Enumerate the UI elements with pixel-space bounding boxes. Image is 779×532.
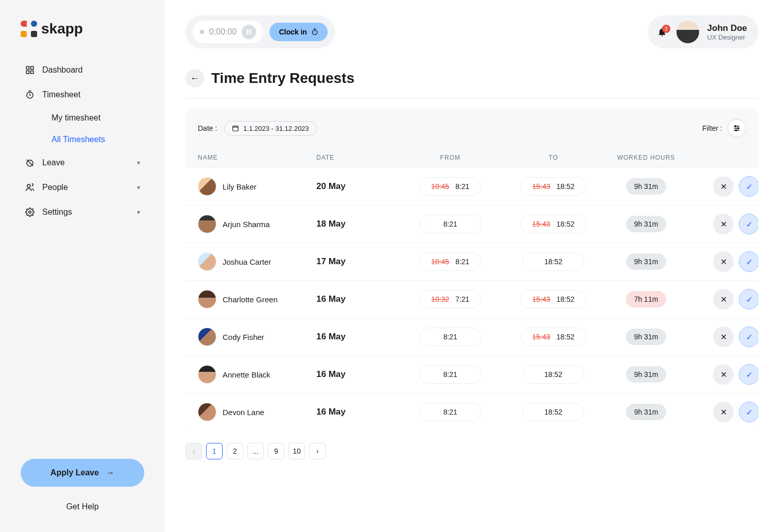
cell-name: Charlotte Green: [198, 290, 316, 308]
arrow-left-icon: ←: [190, 73, 199, 84]
back-button[interactable]: ←: [185, 69, 204, 88]
to-pill: 18:52: [522, 252, 584, 271]
clock-in-button[interactable]: Clock in: [269, 23, 327, 41]
svg-point-8: [312, 30, 317, 35]
reject-button[interactable]: ✕: [713, 289, 734, 310]
cell-date: 16 May: [316, 407, 399, 417]
to-value: 18:52: [544, 408, 562, 416]
sidebar-item-label: All Timesheets: [52, 135, 105, 144]
close-icon: ✕: [720, 370, 727, 380]
hours-pill: 9h 31m: [626, 216, 667, 232]
record-dot-icon: [200, 30, 204, 34]
approve-button[interactable]: ✓: [739, 176, 758, 197]
date-range-picker[interactable]: 1.1.2023 - 31.12.2023: [224, 121, 316, 136]
clock-in-label: Clock in: [279, 28, 307, 36]
cell-to: 18:52: [502, 365, 605, 384]
to-pill: 18:52: [522, 365, 584, 384]
approve-button[interactable]: ✓: [739, 289, 758, 310]
chevron-down-icon: ▾: [137, 184, 140, 191]
avatar: [198, 252, 216, 271]
reject-button[interactable]: ✕: [713, 327, 734, 347]
cell-hours: 9h 31m: [605, 366, 687, 383]
gear-icon: [25, 207, 35, 217]
check-icon: ✓: [746, 219, 753, 229]
reject-button[interactable]: ✕: [713, 176, 734, 197]
bell-icon[interactable]: 3: [656, 26, 668, 38]
sidebar-item-label: Dashboard: [42, 65, 82, 75]
page-10[interactable]: 10: [289, 443, 305, 459]
get-help-link[interactable]: Get Help: [21, 502, 144, 511]
user-name: John Doe: [707, 23, 747, 33]
cell-hours: 9h 31m: [605, 329, 687, 345]
from-old: 10:45: [431, 182, 449, 191]
to-pill: 18:52: [522, 403, 584, 421]
svg-rect-1: [31, 66, 33, 69]
hours-pill: 9h 31m: [626, 404, 667, 420]
cell-date: 20 May: [316, 181, 399, 192]
to-pill: 15:4318:52: [520, 290, 586, 308]
cell-to: 15:4318:52: [502, 290, 605, 308]
requests-table: Date : 1.1.2023 - 31.12.2023 Filter : NA…: [185, 109, 758, 431]
from-pill: 8:21: [419, 365, 481, 384]
from-value: 8:21: [443, 333, 457, 341]
person-name: Devon Lane: [223, 408, 264, 417]
page-...[interactable]: ...: [247, 443, 264, 459]
approve-button[interactable]: ✓: [739, 214, 758, 234]
reject-button[interactable]: ✕: [713, 251, 734, 272]
svg-rect-9: [233, 126, 239, 131]
brand-name: skapp: [41, 21, 83, 37]
sidebar-item-settings[interactable]: Settings ▾: [15, 200, 149, 225]
timer-pill: 0:00:00: [193, 21, 263, 43]
from-value: 8:21: [443, 408, 457, 416]
sidebar-item-leave[interactable]: Leave ▾: [15, 150, 149, 175]
svg-rect-3: [31, 71, 33, 74]
person-name: Joshua Carter: [223, 258, 271, 266]
cell-hours: 9h 31m: [605, 216, 687, 232]
row-actions: ✕✓: [687, 214, 758, 234]
avatar: [198, 328, 216, 346]
sidebar-item-label: Timesheet: [42, 90, 80, 99]
cell-name: Cody Fisher: [198, 328, 316, 346]
cell-from: 8:21: [399, 328, 502, 346]
sidebar-item-dashboard[interactable]: Dashboard: [15, 58, 149, 82]
reject-button[interactable]: ✕: [713, 364, 734, 385]
reject-button[interactable]: ✕: [713, 402, 734, 422]
sidebar-sub-mytimesheet[interactable]: My timesheet: [42, 107, 149, 129]
to-value: 18:52: [544, 258, 562, 266]
from-old: 10:32: [431, 295, 449, 303]
sidebar-item-people[interactable]: People ▾: [15, 175, 149, 200]
page-next[interactable]: ›: [309, 443, 326, 459]
pagination: ‹ 12...910 ›: [185, 443, 758, 459]
timer-value: 0:00:00: [209, 27, 236, 37]
page-title: Time Entry Requests: [211, 70, 354, 87]
filter-button[interactable]: [727, 119, 746, 138]
avatar: [198, 403, 216, 421]
user-widget[interactable]: 3 John Doe UX Designer: [648, 15, 758, 48]
col-date: DATE: [316, 154, 399, 161]
row-actions: ✕✓: [687, 251, 758, 272]
cell-to: 18:52: [502, 403, 605, 421]
reject-button[interactable]: ✕: [713, 214, 734, 234]
sidebar-item-timesheet[interactable]: Timesheet: [15, 82, 149, 107]
approve-button[interactable]: ✓: [739, 402, 758, 422]
chevron-right-icon: ›: [316, 447, 319, 455]
sidebar-item-label: Settings: [42, 208, 72, 217]
approve-button[interactable]: ✓: [739, 251, 758, 272]
page-9[interactable]: 9: [268, 443, 284, 459]
approve-button[interactable]: ✓: [739, 364, 758, 385]
brand-logo: skapp: [0, 21, 165, 58]
page-2[interactable]: 2: [227, 443, 243, 459]
svg-point-7: [29, 211, 31, 214]
approve-button[interactable]: ✓: [739, 327, 758, 347]
page-1[interactable]: 1: [206, 443, 223, 459]
table-row: Cody Fisher16 May8:2115:4318:529h 31m✕✓: [185, 318, 758, 355]
date-label: Date :: [198, 124, 217, 132]
close-icon: ✕: [720, 407, 727, 417]
to-value: 18:52: [556, 333, 574, 341]
sidebar-item-label: My timesheet: [52, 113, 100, 123]
from-pill: 10:458:21: [419, 177, 481, 196]
apply-leave-button[interactable]: Apply Leave →: [21, 459, 144, 487]
cell-name: Devon Lane: [198, 403, 316, 421]
sidebar-sub-alltimesheets[interactable]: All Timesheets: [42, 129, 149, 150]
topbar: 0:00:00 Clock in 3 John Doe UX Designer: [185, 15, 758, 48]
